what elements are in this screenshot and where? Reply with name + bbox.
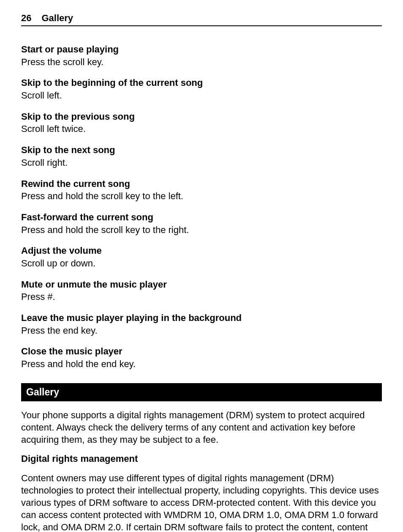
instruction-title: Close the music player — [21, 345, 382, 358]
instruction-body: Press and hold the end key. — [21, 358, 382, 370]
instruction-title: Mute or unmute the music player — [21, 278, 382, 291]
instruction-block: Start or pause playing Press the scroll … — [21, 43, 382, 68]
section-intro-paragraph: Your phone supports a digital rights man… — [21, 409, 382, 446]
page-header: 26 Gallery — [21, 13, 382, 26]
instruction-title: Leave the music player playing in the ba… — [21, 312, 382, 324]
instruction-block: Skip to the next song Scroll right. — [21, 144, 382, 169]
instruction-body: Scroll right. — [21, 156, 382, 169]
section-subheading: Digital rights management — [21, 453, 382, 464]
instruction-title: Rewind the current song — [21, 178, 382, 190]
instruction-block: Skip to the previous song Scroll left tw… — [21, 110, 382, 135]
instruction-title: Fast-forward the current song — [21, 211, 382, 224]
instruction-block: Fast-forward the current song Press and … — [21, 211, 382, 236]
instruction-title: Start or pause playing — [21, 43, 382, 56]
instruction-block: Adjust the volume Scroll up or down. — [21, 244, 382, 269]
page-number: 26 — [21, 13, 31, 24]
instruction-block: Skip to the beginning of the current son… — [21, 77, 382, 101]
instruction-block: Mute or unmute the music player Press #. — [21, 278, 382, 303]
instruction-title: Skip to the next song — [21, 144, 382, 156]
page-header-title: Gallery — [41, 13, 73, 24]
instruction-block: Close the music player Press and hold th… — [21, 345, 382, 370]
instruction-title: Skip to the beginning of the current son… — [21, 77, 382, 89]
instruction-body: Press the end key. — [21, 324, 382, 337]
instruction-block: Rewind the current song Press and hold t… — [21, 178, 382, 203]
instruction-block: Leave the music player playing in the ba… — [21, 312, 382, 337]
instruction-body: Scroll left. — [21, 89, 382, 102]
instruction-title: Skip to the previous song — [21, 110, 382, 123]
page: 26 Gallery Start or pause playing Press … — [0, 0, 403, 532]
instruction-body: Press and hold the scroll key to the lef… — [21, 190, 382, 203]
section-heading-bar: Gallery — [21, 383, 382, 401]
instruction-body: Press and hold the scroll key to the rig… — [21, 224, 382, 236]
instruction-body: Press #. — [21, 291, 382, 303]
instruction-body: Scroll left twice. — [21, 123, 382, 135]
instruction-title: Adjust the volume — [21, 244, 382, 257]
instruction-body: Scroll up or down. — [21, 257, 382, 270]
instruction-body: Press the scroll key. — [21, 56, 382, 69]
section-body-paragraph: Content owners may use different types o… — [21, 472, 382, 532]
